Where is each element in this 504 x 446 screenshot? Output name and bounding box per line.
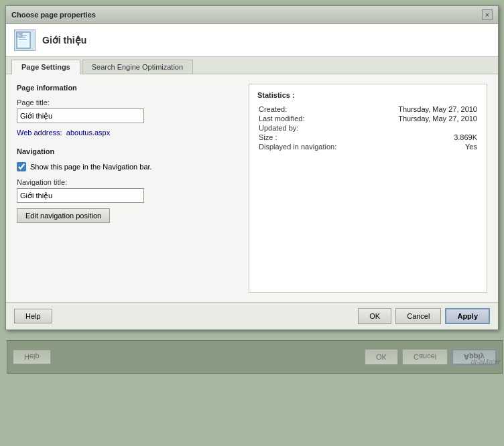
dialog-title: Choose page properties [11,11,96,19]
nav-title-label: Navigation title: [17,178,238,186]
show-in-nav-row: Show this page in the Navigation bar. [17,162,238,171]
shadow-cancel-button: Cancel [402,349,448,365]
stat-value-displayedinav: Yes [351,142,479,151]
navigation-section: Navigation Show this page in the Navigat… [17,147,238,223]
stat-label-created: Created: [257,104,351,114]
statistics-table: Created: Thursday, May 27, 2010 Last mod… [257,104,479,151]
edit-nav-position-button[interactable]: Edit navigation position [17,208,110,223]
stat-row-displayedinav: Displayed in navigation: Yes [257,142,479,151]
page-title-label: Page title: [17,98,238,106]
svg-rect-3 [19,39,27,40]
nav-title-input[interactable] [17,188,144,203]
dialog-footer: Help OK Cancel Apply [6,302,498,329]
stat-value-size: 3.869K [351,133,479,142]
web-address-row: Web address: aboutus.aspx [17,129,238,137]
statistics-panel: Statistics : Created: Thursday, May 27, … [249,84,487,293]
page-header-title: Giới thiệu [42,35,86,46]
stat-label-updatedby: Updated by: [257,123,351,133]
tabs-bar: Page Settings Search Engine Optimization [6,57,498,74]
page-icon [14,29,36,51]
dialog-titlebar: Choose page properties × [6,6,498,24]
stat-value-updatedby [351,123,479,133]
stat-label-size: Size : [257,133,351,142]
tab-page-settings[interactable]: Page Settings [11,60,80,74]
stat-label-lastmodified: Last modified: [257,114,351,123]
tab-seo[interactable]: Search Engine Optimization [82,60,193,74]
page-header: Giới thiệu [6,24,498,57]
main-dialog: Choose page properties × Giới thiệu Page… [5,5,499,330]
page-title-input[interactable] [17,108,144,123]
ok-button[interactable]: OK [358,308,391,324]
apply-button[interactable]: Apply [445,308,490,324]
stat-row-size: Size : 3.869K [257,133,479,142]
watermark: dr-aMater [471,358,500,366]
show-in-nav-checkbox[interactable] [17,162,26,171]
stat-value-lastmodified: Thursday, May 27, 2010 [351,114,479,123]
statistics-title: Statistics : [257,91,479,99]
dialog-content: Page information Page title: Web address… [6,74,498,302]
stat-row-updatedby: Updated by: [257,123,479,133]
help-button[interactable]: Help [14,309,52,323]
stat-row-lastmodified: Last modified: Thursday, May 27, 2010 [257,114,479,123]
close-button[interactable]: × [482,9,493,20]
footer-right: OK Cancel Apply [358,308,490,324]
shadow-ok-button: OK [365,349,398,365]
show-in-nav-label: Show this page in the Navigation bar. [30,163,152,171]
left-panel: Page information Page title: Web address… [17,84,238,293]
shadow-help-button: Help [13,350,51,364]
shadow-dialog: Help OK Cancel Apply [7,340,503,374]
navigation-title: Navigation [17,147,238,155]
cancel-button[interactable]: Cancel [395,308,441,324]
stat-value-created: Thursday, May 27, 2010 [351,104,479,114]
page-information-title: Page information [17,84,238,92]
web-address-value: aboutus.aspx [66,129,110,137]
footer-left: Help [14,309,52,323]
stat-label-displayedinav: Displayed in navigation: [257,142,351,151]
stat-row-created: Created: Thursday, May 27, 2010 [257,104,479,114]
